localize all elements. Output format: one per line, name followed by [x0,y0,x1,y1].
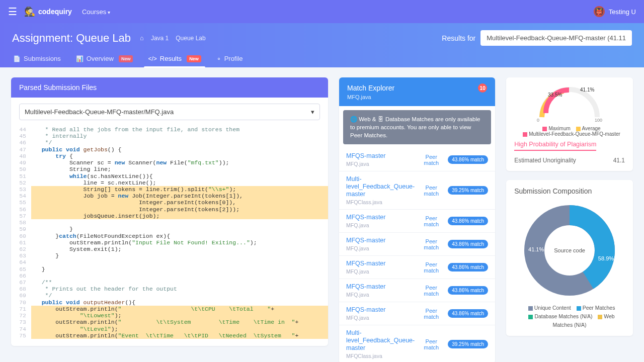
code-line: 58 [11,219,328,226]
match-file: MFQ.java [346,245,415,251]
code-line: 66 [11,273,328,279]
code-line: 65 } [11,266,328,273]
code-line: 53 String[] tokens = line.trim().split("… [11,186,328,193]
match-file: MFQ.java [346,222,415,228]
tab-profile[interactable]: ⚬ Profile [215,51,244,67]
match-percent: 43.86% match [448,240,488,248]
code-line: 48 try { [11,153,328,159]
match-item[interactable]: MFQS-masterMFQ.javaPeer match43.86% matc… [339,279,495,302]
user-menu[interactable]: 👹 Testing U [594,6,636,17]
tab-overview[interactable]: 📊 Overview New [75,51,134,67]
document-icon: 📄 [13,55,21,62]
match-name: Multi-level_Feedback_Queue-master [346,175,415,198]
parsed-files-panel: Parsed Submission Files Multilevel-Feedb… [11,77,328,346]
match-item[interactable]: Multi-level_Feedback_Queue-masterMFQClas… [339,171,495,210]
code-line: 72 "\tLowest"); [11,312,328,319]
brand-logo[interactable]: 🕵️ codequiry [24,6,72,17]
match-file: MFQClass.java [346,199,415,205]
code-line: 60 }catch(FileNotFoundException ex){ [11,233,328,239]
match-type: Peer match [419,185,444,197]
home-icon[interactable]: ⌂ [140,34,144,42]
code-line: 55 Integer.parseInt(tokens[0]), [11,199,328,206]
user-name: Testing U [609,8,636,16]
match-name: MFQS-master [346,237,415,244]
chevron-down-icon: ▾ [311,108,314,116]
high-probability-label: High Probability of Plagiarism [514,141,596,151]
code-line: 54 Job job = new Job(Integer.parseInt(to… [11,193,328,199]
code-line: 56 Integer.parseInt(tokens[2])); [11,206,328,213]
code-line: 67 /** [11,279,328,286]
match-file: MFQ.java [346,292,415,298]
match-file: MFQ.java [346,268,415,275]
gauge-panel: 41.1% 33.5% 0 100 Maximum Average Multil… [506,77,633,171]
code-line: 62 System.exit(1); [11,246,328,252]
code-line: 73 outStream.println(" \t\tSystem \tTime… [11,319,328,325]
match-percent: 43.86% match [448,263,488,272]
parsed-files-title: Parsed Submission Files [11,77,328,98]
match-name: MFQS-master [346,214,415,221]
tab-submissions[interactable]: 📄 Submissions [12,51,62,67]
code-line: 51 while(sc.hasNextLine()){ [11,173,328,179]
match-name: MFQS-master [346,306,415,314]
code-line: 69 */ [11,292,328,299]
match-percent: 43.86% match [448,286,488,295]
code-line: 45 * internally [11,133,328,139]
match-file: MFQ.java [346,161,415,167]
match-file: MFQ.java [346,315,415,321]
est-unoriginality-value: 41.1 [613,157,625,164]
match-type: Peer match [419,215,444,227]
code-line: 74 "\tLevel"); [11,326,328,332]
code-line: 49 Scanner sc = new Scanner(new File("mf… [11,159,328,166]
code-line: 59 } [11,226,328,232]
code-line: 70 public void outputHeader(){ [11,299,328,306]
code-line: 46 */ [11,139,328,146]
code-line: 44 * Read all the jobs from the input fi… [11,126,328,133]
match-name: MFQS-master [346,152,415,160]
match-item[interactable]: MFQS-masterMFQ.javaPeer match43.86% matc… [339,210,495,233]
match-name: Multi-level_Feedback_Queue-master [346,329,415,352]
page-header: Assignment: Queue Lab ⌂ Java 1 Queue Lab… [0,23,644,67]
code-line: 71 outStream.println(" \t\tCPU \tTotal "… [11,306,328,312]
match-percent: 43.86% match [448,309,488,318]
match-item[interactable]: MFQS-masterMFQ.javaPeer match43.86% matc… [339,256,495,279]
code-line: 75 outStream.println("Event \t\tTime \t\… [11,332,328,339]
match-percent: 39.25% match [448,186,488,195]
courses-dropdown[interactable]: Courses [82,8,110,16]
code-line: 61 outStream.println("Input File Not Fou… [11,239,328,246]
menu-icon[interactable]: ☰ [8,6,17,18]
donut-pct-peer: 41.1% [528,246,544,252]
tab-results[interactable]: </> Results New [147,51,202,67]
code-line: 50 String line; [11,166,328,172]
right-column: 41.1% 33.5% 0 100 Maximum Average Multil… [506,77,633,336]
match-percent: 43.86% match [448,155,488,164]
code-block: 44 * Read all the jobs from the input fi… [11,123,328,346]
file-select[interactable]: Multilevel-Feedback-Queue-MFQ-master/MFQ… [19,104,320,120]
file-select-value: Multilevel-Feedback-Queue-MFQ-master/MFQ… [25,108,174,116]
crumb-course[interactable]: Java 1 [151,35,169,42]
code-line: 57 jobsQueue.insert(job); [11,213,328,219]
match-count-badge: 10 [478,83,487,93]
match-explorer-file: MFQ.java [347,94,487,100]
match-explorer-panel: Match Explorer 10 MFQ.java 🌐 Web & 🗄 Dat… [339,77,495,362]
match-item[interactable]: Multi-level_Feedback_Queue-masterMFQClas… [339,325,495,362]
match-item[interactable]: MFQS-masterMFQ.javaPeer match43.86% matc… [339,302,495,325]
gauge-legend: Maximum Average Multilevel-Feedback-Queu… [519,126,620,137]
tabs: 📄 Submissions 📊 Overview New </> Results… [12,51,632,67]
match-item[interactable]: MFQS-masterMFQ.javaPeer match43.86% matc… [339,148,495,171]
premium-notice: 🌐 Web & 🗄 Database Matches are only avai… [343,110,491,144]
new-badge: New [119,55,133,62]
gauge-scale-min: 0 [537,118,539,123]
code-line: 63 } [11,252,328,259]
donut-center-label: Source code [554,247,585,253]
code-line: 68 * Prints out the header for the outpu… [11,286,328,292]
composition-panel: Submission Composition Source code 41.1%… [506,180,633,336]
logo-icon: 🕵️ [24,6,35,17]
est-unoriginality-label: Estimated Unoriginality [514,157,576,164]
avatar: 👹 [594,6,605,17]
gauge-scale-max: 100 [595,118,602,123]
results-select[interactable]: Multilevel-Feedback-Queue-MFQ-master (41… [480,30,632,46]
crumb-assignment[interactable]: Queue Lab [176,35,205,42]
gauge-main-label: 41.1% [580,87,594,93]
code-icon: </> [148,55,156,62]
match-item[interactable]: MFQS-masterMFQ.javaPeer match43.86% matc… [339,233,495,256]
